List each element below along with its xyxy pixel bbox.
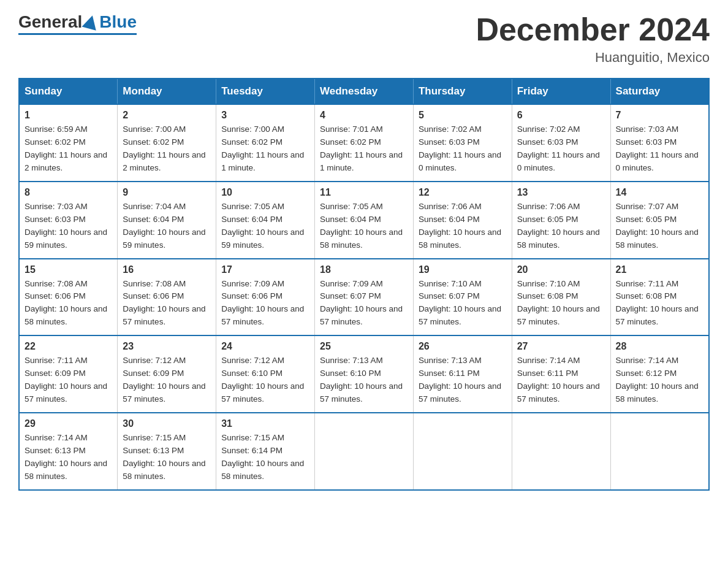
day-number: 8 [25,187,112,198]
sunset-label: Sunset: 6:03 PM [25,215,86,224]
day-cell-24: 24 Sunrise: 7:12 AM Sunset: 6:10 PM Dayl… [216,335,315,413]
sunrise-label: Sunrise: 7:13 AM [320,356,383,365]
day-cell-9: 9 Sunrise: 7:04 AM Sunset: 6:04 PM Dayli… [118,182,216,259]
day-cell-14: 14 Sunrise: 7:07 AM Sunset: 6:05 PM Dayl… [610,182,709,259]
daylight-label: Daylight: 10 hours and 57 minutes. [517,381,600,404]
month-title: December 2024 [476,12,710,47]
daylight-label: Daylight: 11 hours and 1 minute. [320,150,403,172]
sunset-label: Sunset: 6:03 PM [419,137,480,147]
day-cell-28: 28 Sunrise: 7:14 AM Sunset: 6:12 PM Dayl… [610,335,709,413]
day-number: 19 [419,264,507,275]
day-info: Sunrise: 7:09 AM Sunset: 6:06 PM Dayligh… [221,278,309,329]
day-cell-1: 1 Sunrise: 6:59 AM Sunset: 6:02 PM Dayli… [19,104,118,182]
day-info: Sunrise: 7:14 AM Sunset: 6:12 PM Dayligh… [616,354,703,406]
sunrise-label: Sunrise: 7:08 AM [123,279,186,288]
day-info: Sunrise: 7:09 AM Sunset: 6:07 PM Dayligh… [320,278,408,329]
header-friday: Friday [512,79,610,104]
sunset-label: Sunset: 6:11 PM [419,369,480,378]
day-cell-15: 15 Sunrise: 7:08 AM Sunset: 6:06 PM Dayl… [19,259,118,336]
daylight-label: Daylight: 10 hours and 58 minutes. [320,228,403,250]
week-row-2: 8 Sunrise: 7:03 AM Sunset: 6:03 PM Dayli… [19,182,709,259]
daylight-label: Daylight: 10 hours and 57 minutes. [320,304,403,326]
day-number: 13 [517,187,605,198]
day-info: Sunrise: 7:05 AM Sunset: 6:04 PM Dayligh… [221,201,309,252]
day-info: Sunrise: 7:08 AM Sunset: 6:06 PM Dayligh… [25,278,112,329]
header-thursday: Thursday [413,79,512,104]
day-cell-6: 6 Sunrise: 7:02 AM Sunset: 6:03 PM Dayli… [512,104,610,182]
sunset-label: Sunset: 6:13 PM [25,446,86,455]
daylight-label: Daylight: 10 hours and 58 minutes. [616,381,699,404]
day-info: Sunrise: 7:08 AM Sunset: 6:06 PM Dayligh… [123,278,211,329]
header-sunday: Sunday [19,79,118,104]
day-number: 22 [25,341,112,352]
day-number: 26 [419,341,507,352]
sunrise-label: Sunrise: 7:05 AM [221,202,284,211]
sunset-label: Sunset: 6:10 PM [221,369,282,378]
logo-underline [18,33,137,35]
day-number: 6 [517,110,605,121]
logo-triangle-icon [82,13,100,30]
day-info: Sunrise: 7:15 AM Sunset: 6:14 PM Dayligh… [221,432,309,483]
logo: General Blue [18,12,137,35]
sunrise-label: Sunrise: 7:15 AM [123,433,186,442]
day-info: Sunrise: 7:10 AM Sunset: 6:08 PM Dayligh… [517,278,605,329]
sunset-label: Sunset: 6:09 PM [25,369,86,378]
page-header: General Blue December 2024 Huanguitio, M… [18,12,710,66]
sunset-label: Sunset: 6:11 PM [517,369,578,378]
empty-cell-w4-d5 [512,413,610,490]
header-monday: Monday [118,79,216,104]
day-number: 16 [123,264,211,275]
daylight-label: Daylight: 11 hours and 2 minutes. [123,150,205,172]
day-number: 1 [25,110,112,121]
daylight-label: Daylight: 10 hours and 58 minutes. [123,459,205,481]
sunrise-label: Sunrise: 7:08 AM [25,279,88,288]
sunset-label: Sunset: 6:04 PM [419,215,480,224]
daylight-label: Daylight: 10 hours and 57 minutes. [320,381,403,404]
day-cell-26: 26 Sunrise: 7:13 AM Sunset: 6:11 PM Dayl… [413,335,512,413]
daylight-label: Daylight: 11 hours and 0 minutes. [616,150,699,172]
sunset-label: Sunset: 6:14 PM [221,446,282,455]
daylight-label: Daylight: 10 hours and 57 minutes. [123,304,205,326]
sunrise-label: Sunrise: 7:12 AM [123,356,186,365]
day-info: Sunrise: 7:06 AM Sunset: 6:05 PM Dayligh… [517,201,605,252]
day-number: 18 [320,264,408,275]
day-number: 30 [123,418,211,429]
day-number: 7 [616,110,703,121]
header-tuesday: Tuesday [216,79,315,104]
daylight-label: Daylight: 11 hours and 0 minutes. [419,150,501,172]
day-info: Sunrise: 7:00 AM Sunset: 6:02 PM Dayligh… [123,123,211,175]
day-info: Sunrise: 7:01 AM Sunset: 6:02 PM Dayligh… [320,123,408,175]
empty-cell-w4-d3 [315,413,414,490]
day-info: Sunrise: 7:15 AM Sunset: 6:13 PM Dayligh… [123,432,211,483]
day-cell-21: 21 Sunrise: 7:11 AM Sunset: 6:08 PM Dayl… [610,259,709,336]
day-cell-27: 27 Sunrise: 7:14 AM Sunset: 6:11 PM Dayl… [512,335,610,413]
day-info: Sunrise: 7:13 AM Sunset: 6:10 PM Dayligh… [320,354,408,406]
sunrise-label: Sunrise: 7:02 AM [517,124,580,134]
day-info: Sunrise: 7:12 AM Sunset: 6:10 PM Dayligh… [221,354,309,406]
daylight-label: Daylight: 10 hours and 57 minutes. [419,304,501,326]
sunrise-label: Sunrise: 6:59 AM [25,124,88,134]
sunrise-label: Sunrise: 7:11 AM [25,356,88,365]
day-number: 17 [221,264,309,275]
sunrise-label: Sunrise: 7:11 AM [616,279,679,288]
sunrise-label: Sunrise: 7:02 AM [419,124,482,134]
week-row-5: 29 Sunrise: 7:14 AM Sunset: 6:13 PM Dayl… [19,413,709,490]
sunset-label: Sunset: 6:06 PM [25,291,86,301]
day-cell-4: 4 Sunrise: 7:01 AM Sunset: 6:02 PM Dayli… [315,104,414,182]
sunrise-label: Sunrise: 7:15 AM [221,433,284,442]
sunset-label: Sunset: 6:09 PM [123,369,184,378]
sunset-label: Sunset: 6:04 PM [221,215,282,224]
empty-cell-w4-d6 [610,413,709,490]
day-cell-18: 18 Sunrise: 7:09 AM Sunset: 6:07 PM Dayl… [315,259,414,336]
day-cell-7: 7 Sunrise: 7:03 AM Sunset: 6:03 PM Dayli… [610,104,709,182]
empty-cell-w4-d4 [413,413,512,490]
day-cell-29: 29 Sunrise: 7:14 AM Sunset: 6:13 PM Dayl… [19,413,118,490]
daylight-label: Daylight: 10 hours and 58 minutes. [616,228,699,250]
sunrise-label: Sunrise: 7:12 AM [221,356,284,365]
day-cell-25: 25 Sunrise: 7:13 AM Sunset: 6:10 PM Dayl… [315,335,414,413]
day-number: 12 [419,187,507,198]
daylight-label: Daylight: 11 hours and 0 minutes. [517,150,600,172]
day-number: 28 [616,341,703,352]
sunrise-label: Sunrise: 7:04 AM [123,202,186,211]
day-number: 20 [517,264,605,275]
